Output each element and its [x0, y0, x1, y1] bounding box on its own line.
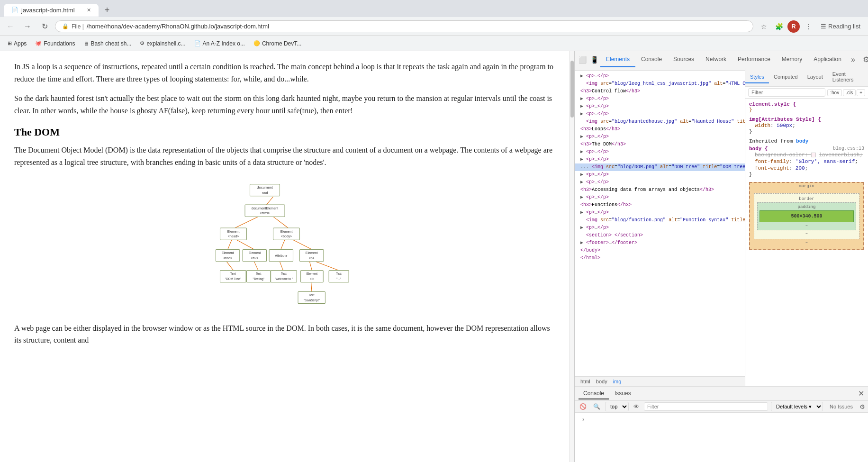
- active-tab[interactable]: 📄 javascript-dom.html ✕: [4, 4, 99, 17]
- svg-text:document: document: [257, 185, 273, 190]
- devtools-inspect-button[interactable]: ⬜: [577, 55, 588, 64]
- svg-text:root: root: [262, 190, 268, 194]
- tab-network[interactable]: Network: [700, 52, 732, 67]
- tab-event-listeners[interactable]: Event Listeners: [828, 68, 868, 86]
- console-content[interactable]: ›: [575, 413, 868, 462]
- tree-line[interactable]: <h3>Control flow</h3>: [575, 88, 745, 95]
- tree-line[interactable]: ▶ <footer>…</footer>: [575, 239, 745, 247]
- tree-line[interactable]: <h3>Accessing data from arrays and objec…: [575, 186, 745, 194]
- apps-icon: ⊞: [8, 40, 12, 46]
- bookmark-star-button[interactable]: ☆: [757, 20, 770, 33]
- console-eye-button[interactable]: 👁: [632, 402, 641, 411]
- page-scrollbar-thumb[interactable]: [570, 61, 574, 118]
- console-top-select[interactable]: top: [605, 402, 629, 411]
- tab-performance[interactable]: Performance: [732, 52, 776, 67]
- tree-line[interactable]: <img src="blog/function.png" alt="Functi…: [575, 217, 745, 224]
- tree-line[interactable]: <h3>Loops</h3>: [575, 126, 745, 133]
- tree-line[interactable]: <img src="blog/leeg_html_css_javascript.…: [575, 80, 745, 88]
- tab-sources[interactable]: Sources: [668, 52, 700, 67]
- tree-line[interactable]: <h3>Functions</h3>: [575, 201, 745, 209]
- address-bar[interactable]: 🔒 File | /home/rhona/dev-academy/RhonaON…: [55, 20, 753, 32]
- styles-filter-input[interactable]: [748, 88, 825, 97]
- font-weight-val: 200: [796, 165, 805, 171]
- svg-text:<head>: <head>: [228, 235, 239, 238]
- breadcrumb-img[interactable]: img: [611, 378, 624, 385]
- console-filter-toggle[interactable]: 🔍: [591, 402, 602, 411]
- console-prompt-line[interactable]: ›: [579, 415, 864, 424]
- address-prefix: File |: [72, 23, 84, 30]
- bookmark-apps[interactable]: ⊞ Apps: [4, 39, 30, 48]
- tab-close-button[interactable]: ✕: [87, 7, 91, 13]
- svg-text:<i>: <i>: [310, 277, 314, 280]
- bookmark-bash[interactable]: 🖥 Bash cheat sh...: [80, 39, 135, 48]
- forward-button[interactable]: →: [21, 20, 34, 33]
- tab-console-bottom[interactable]: Console: [579, 388, 609, 399]
- tree-line[interactable]: ▶ <p>…</p>: [575, 133, 745, 141]
- devtools-settings-button[interactable]: ⚙: [859, 53, 868, 66]
- tree-line[interactable]: ▶ <p>…</p>: [575, 148, 745, 156]
- tree-line[interactable]: </html>: [575, 254, 745, 262]
- body-rule: body { blog.css:13 background-color: lav…: [749, 146, 864, 177]
- tree-line-selected[interactable]: ... <img src="blog/DOM.png" alt="DOM tre…: [575, 163, 745, 171]
- tab-console[interactable]: Console: [635, 52, 668, 67]
- tree-line[interactable]: ▶ <p>…</p>: [575, 209, 745, 217]
- tab-layout[interactable]: Layout: [803, 71, 828, 83]
- tree-line[interactable]: ▶ <p>…</p>: [575, 194, 745, 201]
- bookmark-foundations[interactable]: 🐙 Foundations: [31, 39, 79, 48]
- bookmark-explainshell-label: explainshell.c...: [146, 40, 185, 47]
- styles-tabs: Styles Computed Layout Event Listeners: [745, 68, 868, 87]
- navigation-bar: ← → ↻ 🔒 File | /home/rhona/dev-academy/R…: [0, 17, 868, 36]
- add-style-button[interactable]: +: [857, 89, 865, 96]
- tab-issues[interactable]: Issues: [610, 388, 636, 399]
- cls-filter-button[interactable]: .cls: [843, 89, 856, 96]
- tree-line[interactable]: ▶ <p>…</p>: [575, 72, 745, 80]
- reload-button[interactable]: ↻: [38, 20, 51, 33]
- svg-text:Element: Element: [306, 251, 318, 254]
- tab-styles[interactable]: Styles: [745, 71, 769, 83]
- styles-panel: Styles Computed Layout Event Listeners :…: [745, 68, 868, 386]
- hov-filter-button[interactable]: :hov: [827, 89, 842, 96]
- tab-computed[interactable]: Computed: [769, 71, 803, 83]
- tab-application[interactable]: Application: [808, 52, 847, 67]
- console-filter-input[interactable]: [644, 402, 768, 411]
- atoz-icon: 📄: [194, 40, 201, 46]
- elements-tree[interactable]: ▶ <p>…</p> <img src="blog/leeg_html_css_…: [575, 71, 745, 376]
- page-content[interactable]: In JS a loop is a sequence of instructio…: [0, 51, 570, 462]
- tree-line[interactable]: ▶ <p>…</p>: [575, 95, 745, 103]
- devtools-more-button[interactable]: »: [847, 54, 859, 66]
- address-security-icon: 🔒: [62, 23, 69, 29]
- new-tab-button[interactable]: +: [100, 3, 114, 17]
- profile-button[interactable]: R: [787, 20, 800, 33]
- svg-text:"Testing": "Testing": [253, 277, 264, 281]
- tab-memory[interactable]: Memory: [776, 52, 808, 67]
- reading-list-button[interactable]: ☰ Reading list: [817, 21, 864, 32]
- console-close-button[interactable]: ✕: [858, 389, 864, 398]
- tree-line[interactable]: ▶ <p>…</p>: [575, 171, 745, 179]
- bookmark-atoz[interactable]: 📄 An A-Z Index o...: [190, 39, 249, 48]
- console-clear-button[interactable]: 🚫: [578, 402, 588, 411]
- console-settings-icon[interactable]: ⚙: [859, 403, 865, 410]
- bookmark-chromedevt[interactable]: 🟡 Chrome DevT...: [250, 39, 305, 48]
- tab-elements[interactable]: Elements: [600, 52, 635, 67]
- console-levels-select[interactable]: Default levels ▾: [771, 402, 823, 411]
- menu-button[interactable]: ⋮: [802, 20, 815, 33]
- tree-line[interactable]: <img src="blog/hauntedhouse.jpg" alt="Ha…: [575, 118, 745, 126]
- tree-line[interactable]: ▶ <p>…</p>: [575, 224, 745, 232]
- tab-favicon: 📄: [11, 7, 18, 13]
- tree-line[interactable]: <h3>The DOM</h3>: [575, 141, 745, 148]
- breadcrumb-html[interactable]: html: [579, 378, 592, 385]
- tree-line[interactable]: <section> </section>: [575, 232, 745, 239]
- devtools-responsive-button[interactable]: 📱: [588, 55, 600, 64]
- page-scrollbar[interactable]: [570, 51, 574, 462]
- tree-line[interactable]: ▶ <p>…</p>: [575, 179, 745, 186]
- bookmark-explainshell[interactable]: ⚙ explainshell.c...: [136, 39, 189, 48]
- tree-line[interactable]: ▶ <p>…</p>: [575, 110, 745, 118]
- styles-filter-bar: :hov .cls +: [745, 87, 868, 99]
- tree-line[interactable]: ▶ <p>…</p>: [575, 156, 745, 163]
- tree-line[interactable]: ▶ <p>…</p>: [575, 103, 745, 110]
- styles-content[interactable]: element.style { } img[Attributes Style] …: [745, 99, 868, 386]
- breadcrumb-body[interactable]: body: [594, 378, 609, 385]
- extensions-button[interactable]: 🧩: [772, 20, 786, 33]
- tree-line[interactable]: </body>: [575, 247, 745, 254]
- back-button[interactable]: ←: [4, 20, 17, 33]
